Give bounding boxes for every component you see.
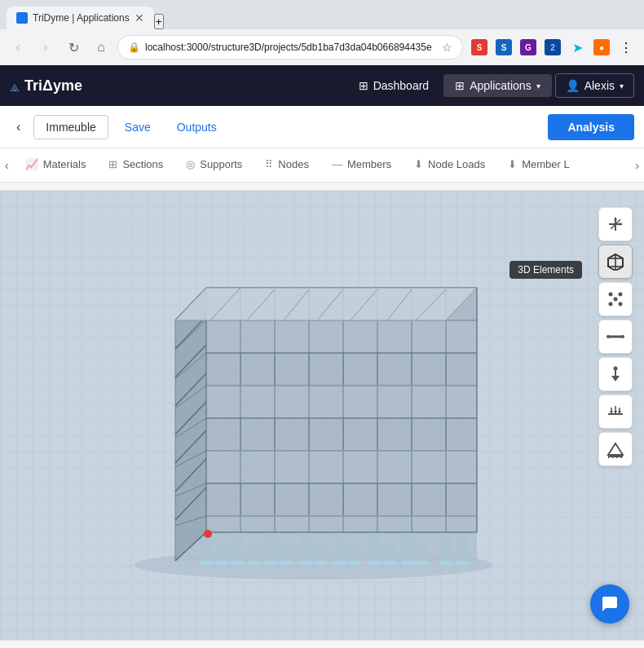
- svg-point-80: [619, 302, 623, 306]
- ext-icon-6[interactable]: ●: [590, 36, 613, 59]
- url-text: localhost:3000/structure3D/projects/5db1…: [145, 42, 437, 53]
- ext-icon-5[interactable]: ➤: [566, 36, 589, 59]
- home-button[interactable]: ⌂: [90, 36, 112, 59]
- supports-tab-label: Supports: [200, 158, 242, 170]
- applications-icon: ⊞: [455, 79, 465, 92]
- tabs-scroll-right[interactable]: ›: [630, 152, 644, 179]
- horizontal-scrollbar[interactable]: [0, 183, 644, 191]
- applications-dropdown-arrow: ▾: [536, 82, 540, 90]
- nodes-view-button[interactable]: [598, 282, 633, 316]
- svg-point-79: [609, 302, 613, 306]
- ext-orange: ●: [593, 39, 610, 55]
- dashboard-icon: ⊞: [359, 79, 368, 92]
- ext-icon-3[interactable]: G: [517, 36, 540, 59]
- user-icon: 👤: [566, 79, 580, 92]
- element-tooltip: 3D Elements: [509, 261, 582, 279]
- svg-marker-72: [620, 223, 623, 226]
- bookmark-icon: ☆: [442, 41, 452, 54]
- header-nav: ⊞ Dashboard ⊞ Applications ▾ 👤 Alexis ▾: [347, 73, 634, 98]
- back-to-projects-button[interactable]: ‹: [10, 117, 27, 138]
- tab-title: TriDyme | Applications: [33, 12, 130, 24]
- supports-view-button[interactable]: [598, 432, 633, 466]
- svg-point-77: [609, 293, 613, 297]
- dashboard-button[interactable]: ⊞ Dashboard: [347, 74, 441, 97]
- back-arrow-icon: ‹: [16, 120, 20, 134]
- supports-icon: [607, 440, 624, 458]
- svg-marker-71: [614, 217, 617, 220]
- new-tab-button[interactable]: +: [154, 14, 164, 29]
- cube-view-button[interactable]: [598, 245, 633, 279]
- member-loads-button[interactable]: [598, 395, 633, 429]
- save-button[interactable]: Save: [115, 116, 161, 139]
- user-button[interactable]: 👤 Alexis ▾: [555, 73, 634, 98]
- building-3d: [110, 239, 518, 593]
- tab-member-loads[interactable]: ⬇ Member L: [496, 148, 581, 182]
- applications-button[interactable]: ⊞ Applications ▾: [443, 74, 552, 97]
- reload-button[interactable]: ↻: [62, 36, 85, 59]
- user-label: Alexis: [584, 79, 615, 92]
- 3d-axes-icon: [607, 215, 624, 233]
- project-name-button[interactable]: Immeuble: [33, 115, 108, 139]
- browser-extensions: S S G 2 ➤ ● ⋮: [468, 36, 637, 59]
- node-loads-button[interactable]: [598, 357, 633, 391]
- tabs-scroll-left[interactable]: ‹: [0, 152, 14, 179]
- ext-arrow: ➤: [572, 40, 583, 55]
- ext-s2: S: [496, 39, 512, 55]
- building-left-face: [175, 288, 206, 561]
- materials-tab-icon: 📈: [25, 158, 38, 170]
- svg-point-84: [621, 335, 624, 338]
- app-header: ⟁ TriΔyme ⊞ Dashboard ⊞ Applications ▾ 👤…: [0, 65, 644, 106]
- members-view-button[interactable]: [598, 320, 633, 354]
- nav-tabs: ‹ 📈 Materials ⊞ Sections ◎ Supports ⠿ No…: [0, 148, 644, 183]
- back-button[interactable]: ‹: [7, 36, 29, 59]
- tab-sections[interactable]: ⊞ Sections: [97, 148, 174, 182]
- app-content: ⟁ TriΔyme ⊞ Dashboard ⊞ Applications ▾ 👤…: [0, 65, 644, 648]
- materials-tab-label: Materials: [43, 158, 86, 170]
- logo-area: ⟁ TriΔyme: [10, 77, 82, 95]
- chat-button[interactable]: [590, 584, 629, 624]
- analysis-button[interactable]: Analysis: [548, 114, 634, 140]
- tab-node-loads[interactable]: ⬇ Node Loads: [403, 148, 496, 182]
- ext-icon-4[interactable]: 2: [541, 36, 564, 59]
- building-bottom-face: [175, 532, 477, 561]
- tab-favicon: [16, 12, 28, 24]
- forward-button[interactable]: ›: [34, 36, 57, 59]
- svg-marker-86: [611, 376, 620, 381]
- svg-point-78: [619, 293, 623, 297]
- svg-point-87: [614, 367, 618, 371]
- node-loads-icon: [607, 365, 624, 383]
- ext-icon-2[interactable]: S: [492, 36, 515, 59]
- building-svg: [110, 239, 518, 589]
- dashboard-label: Dashboard: [373, 79, 430, 92]
- right-toolbar: 3D Elements: [598, 207, 633, 466]
- browser-chrome: TriDyme | Applications ✕ + ‹ › ↻ ⌂ 🔒 loc…: [0, 0, 644, 65]
- svg-rect-65: [207, 385, 476, 417]
- ext-2: 2: [545, 39, 561, 55]
- main-viewport: 3D Elements: [0, 191, 644, 640]
- 3d-axes-button[interactable]: [598, 207, 633, 241]
- address-box[interactable]: 🔒 localhost:3000/structure3D/projects/5d…: [117, 35, 463, 60]
- svg-point-81: [614, 298, 618, 302]
- members-tab-icon: —: [332, 158, 342, 170]
- address-bar-row: ‹ › ↻ ⌂ 🔒 localhost:3000/structure3D/pro…: [0, 29, 644, 65]
- tab-members[interactable]: — Members: [320, 148, 403, 182]
- tab-materials[interactable]: 📈 Materials: [14, 148, 98, 182]
- svg-rect-64: [207, 320, 476, 352]
- active-tab[interactable]: TriDyme | Applications ✕: [7, 7, 154, 29]
- outputs-button[interactable]: Outputs: [167, 116, 227, 139]
- browser-menu-button[interactable]: ⋮: [615, 36, 637, 59]
- tooltip-text: 3D Elements: [518, 264, 574, 276]
- app-toolbar: ‹ Immeuble Save Outputs Analysis: [0, 106, 644, 148]
- ext-icon-1[interactable]: S: [468, 36, 491, 59]
- lock-icon: 🔒: [128, 42, 140, 53]
- tab-nodes[interactable]: ⠿ Nodes: [254, 148, 320, 182]
- tab-supports[interactable]: ◎ Supports: [174, 148, 254, 182]
- node-loads-tab-label: Node Loads: [428, 158, 485, 170]
- svg-point-83: [607, 335, 610, 338]
- tab-bar: TriDyme | Applications ✕ +: [0, 0, 644, 29]
- close-tab-button[interactable]: ✕: [135, 11, 144, 24]
- nodes-tab-icon: ⠿: [265, 158, 273, 170]
- bottom-scrollbar[interactable]: [0, 640, 644, 648]
- cube-icon: [607, 253, 624, 271]
- chat-icon: [600, 594, 620, 614]
